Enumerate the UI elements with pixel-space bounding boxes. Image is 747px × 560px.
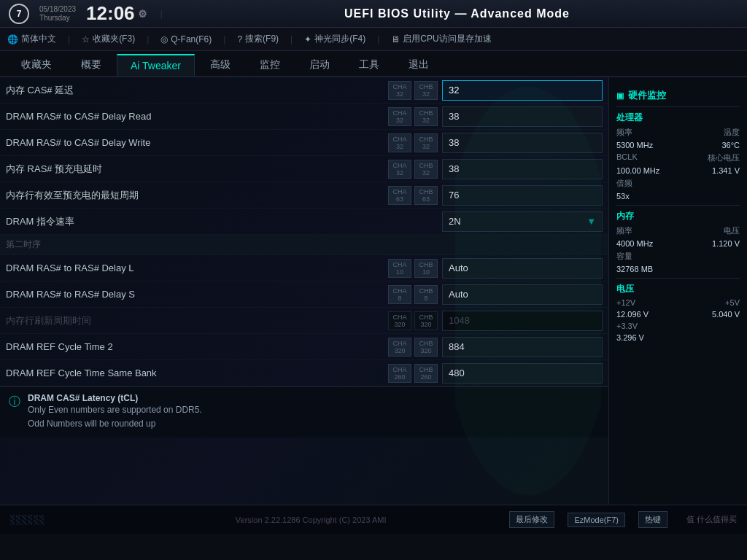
sidebar-multi-val-row: 53x <box>616 192 740 201</box>
date-display: 05/18/2023 <box>39 5 76 14</box>
param-row-ras-ras-l[interactable]: DRAM RAS# to RAS# Delay L CHA 10 CHB 10 … <box>0 255 608 281</box>
info-title: DRAM CAS# Latency (tCL) <box>28 393 202 403</box>
toolbar-language[interactable]: 🌐 简体中文 <box>7 33 56 45</box>
channel-a-ras-ras-s: CHA 8 <box>388 285 411 304</box>
sidebar-mem-freq-row: 频率 电压 <box>616 225 740 236</box>
param-label-ras-cas-read: DRAM RAS# to CAS# Delay Read <box>6 111 388 122</box>
sidebar-bclk-row: BCLK 核心电压 <box>616 152 740 163</box>
version-text: Version 2.22.1286 Copyright (C) 2023 AMI <box>236 516 387 524</box>
value-refresh: 1048 <box>442 311 603 331</box>
channel-a-refresh: CHA 320 <box>388 311 411 330</box>
tab-tools[interactable]: 工具 <box>345 52 393 76</box>
sidebar-mem-size-label: 容量 <box>616 251 632 262</box>
info-content: DRAM CAS# Latency (tCL) Only Even number… <box>28 393 202 431</box>
sidebar-5v-label: +5V <box>725 298 740 307</box>
channel-b-ras-ras-l: CHB 10 <box>414 259 438 278</box>
channel-a-rascas-write: CHA 32 <box>388 133 411 152</box>
tab-exit[interactable]: 退出 <box>395 52 443 76</box>
channel-b-tras: CHB 63 <box>414 186 438 205</box>
value-ref2[interactable]: 884 <box>442 337 603 357</box>
channels-cas: CHA 32 CHB 32 <box>388 81 438 100</box>
tab-advanced[interactable]: 高级 <box>196 52 244 76</box>
toolbar-favorites[interactable]: ☆ 收藏夹(F3) <box>82 33 135 45</box>
info-icon: ⓘ <box>9 394 20 410</box>
param-label-cas: 内存 CAS# 延迟 <box>6 84 388 97</box>
sidebar-mem-volt-value: 1.120 V <box>712 239 740 248</box>
ez-mode-button[interactable]: EzMode(F7) <box>568 513 625 527</box>
sidebar-multi-value: 53x <box>616 192 630 201</box>
value-cas[interactable]: 32 <box>442 80 603 101</box>
param-row-cas-latency[interactable]: 内存 CAS# 延迟 CHA 32 CHB 32 32 <box>0 77 608 104</box>
value-tras[interactable]: 76 <box>442 185 603 206</box>
sidebar-12v-value: 12.096 V <box>616 310 649 319</box>
toolbar-search[interactable]: ? 搜索(F9) <box>237 33 279 45</box>
sidebar-33v-val-row: 3.296 V <box>616 333 740 342</box>
info-bar: ⓘ DRAM CAS# Latency (tCL) Only Even numb… <box>0 386 608 438</box>
channel-a-ras-pre: CHA 32 <box>388 160 411 179</box>
value-ras-cas-read[interactable]: 38 <box>442 106 603 127</box>
param-row-ras-cas-write[interactable]: DRAM RAS# to CAS# Delay Write CHA 32 CHB… <box>0 130 608 156</box>
value-ras-ras-s[interactable]: Auto <box>442 284 603 305</box>
last-modified-button[interactable]: 最后修改 <box>509 511 554 528</box>
param-row-ras-ras-s[interactable]: DRAM RAS# to RAS# Delay S CHA 8 CHB 8 Au… <box>0 281 608 308</box>
tab-favorites[interactable]: 收藏夹 <box>7 52 66 76</box>
toolbar-aura[interactable]: ✦ 神光同步(F4) <box>304 33 365 45</box>
channels-refresh: CHA 320 CHB 320 <box>388 311 438 330</box>
pattern-1 <box>10 515 15 525</box>
dropdown-arrow-icon: ▼ <box>587 216 596 227</box>
param-row-ref2[interactable]: DRAM REF Cycle Time 2 CHA 320 CHB 320 88… <box>0 334 608 360</box>
pattern-6 <box>39 515 44 525</box>
sidebar-12v-label: +12V <box>616 298 635 307</box>
sidebar-multi-row: 倍频 <box>616 178 740 189</box>
sidebar-cpu-temp-label: 温度 <box>724 127 740 138</box>
sidebar-mem-freq-value: 4000 MHz <box>616 239 653 248</box>
sidebar-33v-row: +3.3V <box>616 322 740 330</box>
param-row-ref-samebank[interactable]: DRAM REF Cycle Time Same Bank CHA 260 CH… <box>0 360 608 386</box>
gear-icon[interactable]: ⚙ <box>138 8 147 20</box>
sidebar-bclk-label: BCLK <box>616 152 638 163</box>
toolbar-qfan[interactable]: ◎ Q-Fan(F6) <box>160 34 212 44</box>
sidebar-bclk-val-row: 100.00 MHz 1.341 V <box>616 166 740 175</box>
toolbar-resizable-bar[interactable]: 🖥 启用CPU访问显存加速 <box>391 33 491 45</box>
sidebar-hw-monitor-title: 硬件监控 <box>616 89 740 102</box>
sidebar-mem-size-row: 容量 <box>616 251 740 262</box>
sidebar-cpu-freq-value: 5300 MHz <box>616 141 653 149</box>
sidebar-12v-row: +12V +5V <box>616 298 740 307</box>
channels-ref2: CHA 320 CHB 320 <box>388 338 438 357</box>
param-row-tras[interactable]: 内存行有效至预充电的最短周期 CHA 63 CHB 63 76 <box>0 182 608 209</box>
param-label-refresh: 内存行刷新周期时间 <box>6 314 388 327</box>
sidebar-cpu-temp-value: 36°C <box>721 141 740 149</box>
param-label-ref2: DRAM REF Cycle Time 2 <box>6 341 388 352</box>
channels-ras-ras-s: CHA 8 CHB 8 <box>388 285 438 304</box>
tab-monitor[interactable]: 监控 <box>246 52 294 76</box>
value-cmd-rate[interactable]: 2N ▼ <box>442 211 603 232</box>
param-row-ras-pre[interactable]: 内存 RAS# 预充电延时 CHA 32 CHB 32 38 <box>0 156 608 182</box>
tab-ai-tweaker[interactable]: Ai Tweaker <box>117 54 195 76</box>
tab-boot[interactable]: 启动 <box>295 52 344 76</box>
pattern-3 <box>22 515 26 525</box>
value-ras-pre[interactable]: 38 <box>442 159 603 179</box>
param-row-cmd-rate[interactable]: DRAM 指令速率 2N ▼ <box>0 209 608 235</box>
sidebar-vcore-value: 1.341 V <box>712 166 740 175</box>
sidebar-mem-volt-label: 电压 <box>724 225 740 236</box>
content-area: 内存 CAS# 延迟 CHA 32 CHB 32 32 DRAM RAS# to… <box>0 77 608 505</box>
value-ras-cas-write[interactable]: 38 <box>442 133 603 153</box>
value-ras-ras-l[interactable]: Auto <box>442 258 603 279</box>
sidebar-33v-label: +3.3V <box>616 322 638 330</box>
sidebar-cpu-freq-label: 频率 <box>616 127 632 138</box>
hot-key-button[interactable]: 热键 <box>638 511 667 528</box>
sidebar-divider-2 <box>616 205 740 206</box>
sidebar-12v-val-row: 12.096 V 5.040 V <box>616 310 740 319</box>
sidebar: 硬件监控 处理器 频率 温度 5300 MHz 36°C BCLK 核心电压 1… <box>608 77 747 505</box>
decorative-pattern <box>10 513 112 527</box>
channels-ras-pre: CHA 32 CHB 32 <box>388 160 438 179</box>
value-ref-samebank[interactable]: 480 <box>442 363 603 384</box>
section-second-timing: 第二时序 <box>0 235 608 255</box>
sidebar-divider-1 <box>616 106 740 107</box>
header: 7 05/18/2023 Thursday 12:06 ⚙ | UEFI BIO… <box>0 0 747 28</box>
sidebar-multi-label: 倍频 <box>616 178 632 189</box>
tab-overview[interactable]: 概要 <box>67 52 115 76</box>
info-line1: Only Even numbers are supported on DDR5. <box>28 403 202 417</box>
param-row-ras-cas-read[interactable]: DRAM RAS# to CAS# Delay Read CHA 32 CHB … <box>0 104 608 130</box>
channels-tras: CHA 63 CHB 63 <box>388 186 438 205</box>
